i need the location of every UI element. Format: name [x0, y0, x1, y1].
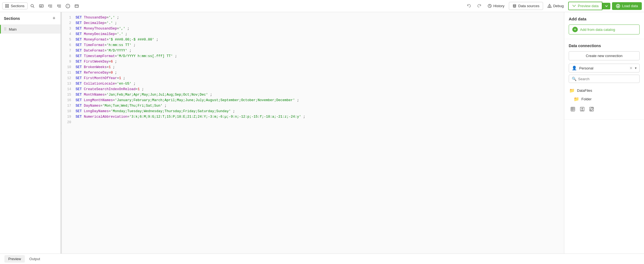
line-number: 9 [62, 60, 76, 64]
create-connection-label: Create new connection [586, 54, 622, 58]
line-content: SET TimeFormat='h:mm:ss TT' ; [76, 43, 564, 47]
search-icon-small: 🔍 [572, 77, 576, 81]
code-line: 12SET FirstMonthOfYear=1 ; [62, 76, 564, 81]
line-number: 11 [62, 71, 76, 75]
datafolder-label: DataFiles [577, 88, 592, 93]
code-line: 20 [62, 120, 564, 125]
history-label: History [493, 4, 504, 8]
connection-close-button[interactable]: ✕ [629, 66, 633, 70]
line-content: SET ThousandSep=',' ; [76, 16, 564, 20]
code-line: 14SET CreateSearchIndexOnReload=1 ; [62, 87, 564, 92]
line-number: 3 [62, 27, 76, 31]
folder-section: 📁 DataFiles 📁 Folder [569, 86, 640, 115]
sidebar-add-button[interactable]: + [51, 15, 57, 22]
create-connection-button[interactable]: Create new connection [569, 51, 640, 60]
line-content: SET MoneyDecimalSep='.' ; [76, 32, 564, 36]
sidebar-header: Sections + [0, 12, 60, 25]
sections-button-label: Sections [11, 4, 25, 8]
expand-button[interactable] [73, 2, 81, 10]
preview-dropdown-button[interactable] [602, 3, 610, 9]
history-button[interactable]: History [485, 2, 507, 10]
search-box[interactable]: 🔍 [569, 75, 640, 83]
add-icon: + [572, 27, 578, 32]
code-line: 15SET MonthNames='Jan;Feb;Mar;Apr;May;Ju… [62, 92, 564, 98]
help-icon: ? [66, 4, 70, 8]
line-number: 13 [62, 82, 76, 86]
help-button[interactable]: ? [64, 2, 72, 10]
line-content: SET LongDayNames='Monday;Tuesday;Wednesd… [76, 109, 564, 113]
add-catalog-button[interactable]: + Add from data catalog [569, 25, 640, 34]
line-number: 14 [62, 87, 76, 91]
code-editor[interactable]: 1SET ThousandSep=',' ;2SET DecimalSep='.… [62, 12, 564, 254]
sidebar-item-main[interactable]: ⠿ Main [0, 25, 60, 34]
line-content: SET BrokenWeeks=1 ; [76, 65, 564, 69]
line-number: 19 [62, 115, 76, 119]
line-number: 8 [62, 54, 76, 58]
indent-button[interactable] [46, 2, 54, 10]
main-area: Sections + ⠿ Main ⋮ 1SET ThousandSep=','… [0, 12, 644, 254]
datafolder-item[interactable]: 📁 DataFiles [569, 86, 640, 95]
line-number: 2 [62, 21, 76, 25]
load-data-button[interactable]: Load data [612, 2, 642, 10]
line-content: SET MonthNames='Jan;Feb;Mar;Apr;May;Jun;… [76, 93, 564, 97]
select-connection-button[interactable] [569, 106, 576, 114]
sidebar-item-indicator [0, 25, 1, 34]
preview-data-button[interactable]: Preview data [568, 2, 602, 10]
line-content: SET FirstMonthOfYear=1 ; [76, 76, 564, 80]
preview-tab[interactable]: Preview [4, 255, 25, 263]
preview-group: Preview data [568, 2, 610, 10]
line-number: 7 [62, 49, 76, 53]
search-input[interactable] [578, 77, 637, 81]
svg-text:?: ? [67, 5, 68, 8]
sidebar: Sections + ⠿ Main [0, 12, 61, 254]
line-content: SET DecimalSep='.' ; [76, 21, 564, 25]
connection-chevron-icon[interactable]: ▾ [635, 66, 637, 70]
line-number: 12 [62, 76, 76, 80]
redo-button[interactable] [475, 2, 483, 10]
line-number: 5 [62, 38, 76, 42]
indent-icon [48, 4, 52, 8]
svg-point-20 [513, 4, 516, 6]
line-content: SET MoneyFormat='$ ###0.00;-$ ###0.00' ; [76, 38, 564, 42]
code-line: 5SET MoneyFormat='$ ###0.00;-$ ###0.00' … [62, 37, 564, 42]
right-panel: Add data + Add from data catalog Data co… [564, 12, 644, 254]
link-icon [589, 107, 594, 112]
history-icon [488, 4, 492, 8]
sections-button[interactable]: Sections [2, 2, 28, 9]
code-line: 7SET DateFormat='M/D/YYYY' ; [62, 48, 564, 53]
line-content: SET DayNames='Mon;Tue;Wed;Thu;Fri;Sat;Su… [76, 104, 564, 108]
code-line: 10SET BrokenWeeks=1 ; [62, 64, 564, 70]
link-button[interactable] [588, 106, 595, 114]
comment-icon [39, 4, 44, 8]
debug-icon [547, 4, 552, 8]
undo-button[interactable] [465, 2, 473, 10]
datasources-icon [512, 4, 517, 8]
subfolder-item[interactable]: 📁 Folder [569, 95, 640, 103]
upload-button[interactable] [579, 106, 586, 114]
line-number: 6 [62, 43, 76, 47]
data-connections-title: Data connections [569, 44, 640, 48]
line-content: SET FirstWeekDay=6 ; [76, 60, 564, 64]
comment-button[interactable] [38, 2, 45, 10]
outdent-button[interactable] [55, 2, 63, 10]
subfolder-icon: 📁 [574, 96, 579, 102]
line-number: 10 [62, 65, 76, 69]
undo-icon [467, 4, 472, 9]
debug-label: Debug [553, 4, 564, 8]
line-content: SET LongMonthNames='January;February;Mar… [76, 98, 564, 102]
output-tab[interactable]: Output [25, 255, 44, 263]
line-number: 15 [62, 93, 76, 97]
upload-icon [580, 107, 585, 112]
debug-button[interactable]: Debug [545, 2, 566, 10]
table-icon [570, 107, 575, 112]
code-line: 16SET LongMonthNames='January;February;M… [62, 98, 564, 103]
line-number: 18 [62, 109, 76, 113]
preview-icon [572, 4, 576, 8]
datasources-button[interactable]: Data sources [509, 2, 543, 10]
line-number: 4 [62, 32, 76, 36]
bottom-bar: Preview Output [0, 254, 644, 264]
line-content: SET DateFormat='M/D/YYYY' ; [76, 49, 564, 53]
search-button[interactable] [29, 2, 36, 10]
redo-icon [477, 4, 482, 9]
connection-selector[interactable]: 👤 Personal ✕ ▾ [569, 64, 640, 72]
